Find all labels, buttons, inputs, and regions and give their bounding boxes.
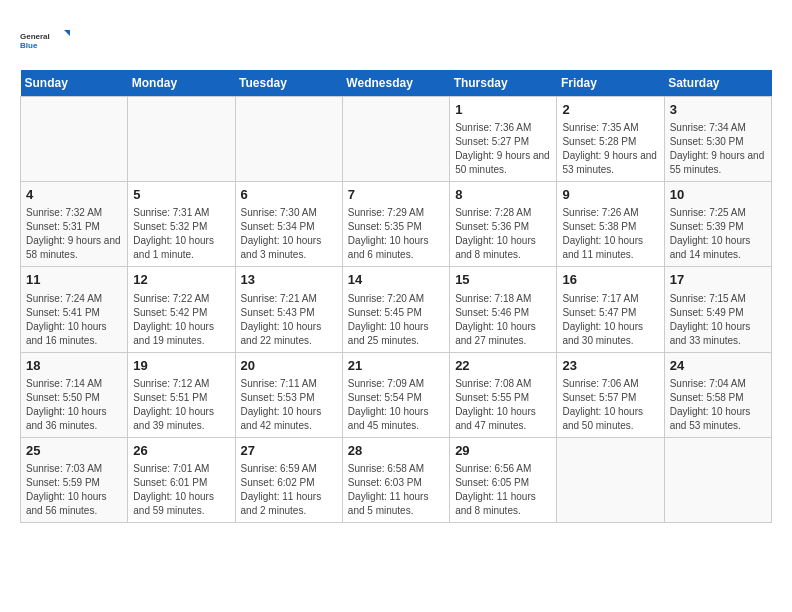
day-number: 28: [348, 442, 444, 460]
day-info: Sunset: 5:45 PM: [348, 306, 444, 320]
day-info: Sunrise: 7:18 AM: [455, 292, 551, 306]
day-info: Sunrise: 7:08 AM: [455, 377, 551, 391]
day-info: Sunrise: 7:21 AM: [241, 292, 337, 306]
day-info: Sunset: 6:03 PM: [348, 476, 444, 490]
day-info: Sunset: 5:49 PM: [670, 306, 766, 320]
calendar-cell: 26Sunrise: 7:01 AMSunset: 6:01 PMDayligh…: [128, 437, 235, 522]
day-info: Sunrise: 7:06 AM: [562, 377, 658, 391]
day-info: Daylight: 10 hours and 47 minutes.: [455, 405, 551, 433]
day-info: Sunrise: 6:59 AM: [241, 462, 337, 476]
day-number: 15: [455, 271, 551, 289]
day-info: Daylight: 10 hours and 22 minutes.: [241, 320, 337, 348]
calendar-cell: 4Sunrise: 7:32 AMSunset: 5:31 PMDaylight…: [21, 182, 128, 267]
day-number: 4: [26, 186, 122, 204]
day-info: Sunset: 5:55 PM: [455, 391, 551, 405]
calendar-cell: [342, 97, 449, 182]
calendar-cell: [128, 97, 235, 182]
day-number: 8: [455, 186, 551, 204]
day-info: Daylight: 10 hours and 50 minutes.: [562, 405, 658, 433]
day-info: Daylight: 10 hours and 27 minutes.: [455, 320, 551, 348]
day-number: 7: [348, 186, 444, 204]
day-number: 3: [670, 101, 766, 119]
day-number: 16: [562, 271, 658, 289]
day-info: Daylight: 10 hours and 3 minutes.: [241, 234, 337, 262]
day-info: Sunset: 5:27 PM: [455, 135, 551, 149]
week-row-5: 25Sunrise: 7:03 AMSunset: 5:59 PMDayligh…: [21, 437, 772, 522]
day-info: Sunset: 5:41 PM: [26, 306, 122, 320]
calendar-cell: 21Sunrise: 7:09 AMSunset: 5:54 PMDayligh…: [342, 352, 449, 437]
week-row-3: 11Sunrise: 7:24 AMSunset: 5:41 PMDayligh…: [21, 267, 772, 352]
col-header-sunday: Sunday: [21, 70, 128, 97]
day-info: Sunrise: 7:29 AM: [348, 206, 444, 220]
day-info: Sunrise: 6:58 AM: [348, 462, 444, 476]
week-row-4: 18Sunrise: 7:14 AMSunset: 5:50 PMDayligh…: [21, 352, 772, 437]
day-info: Sunset: 5:38 PM: [562, 220, 658, 234]
day-info: Sunrise: 7:25 AM: [670, 206, 766, 220]
calendar-cell: [235, 97, 342, 182]
day-number: 17: [670, 271, 766, 289]
svg-text:General: General: [20, 32, 50, 41]
svg-marker-2: [64, 30, 70, 36]
day-info: Daylight: 10 hours and 53 minutes.: [670, 405, 766, 433]
col-header-thursday: Thursday: [450, 70, 557, 97]
col-header-friday: Friday: [557, 70, 664, 97]
day-info: Sunrise: 7:15 AM: [670, 292, 766, 306]
day-info: Daylight: 10 hours and 39 minutes.: [133, 405, 229, 433]
day-info: Sunset: 5:30 PM: [670, 135, 766, 149]
day-info: Daylight: 10 hours and 16 minutes.: [26, 320, 122, 348]
day-info: Sunset: 6:02 PM: [241, 476, 337, 490]
calendar-cell: [21, 97, 128, 182]
day-number: 20: [241, 357, 337, 375]
day-info: Sunrise: 7:20 AM: [348, 292, 444, 306]
day-info: Sunset: 5:31 PM: [26, 220, 122, 234]
day-number: 23: [562, 357, 658, 375]
day-info: Sunrise: 7:35 AM: [562, 121, 658, 135]
day-number: 24: [670, 357, 766, 375]
day-info: Sunset: 5:51 PM: [133, 391, 229, 405]
day-info: Sunset: 5:50 PM: [26, 391, 122, 405]
day-info: Sunrise: 6:56 AM: [455, 462, 551, 476]
day-info: Sunrise: 7:34 AM: [670, 121, 766, 135]
calendar-cell: 2Sunrise: 7:35 AMSunset: 5:28 PMDaylight…: [557, 97, 664, 182]
day-info: Sunset: 5:28 PM: [562, 135, 658, 149]
col-header-tuesday: Tuesday: [235, 70, 342, 97]
day-number: 14: [348, 271, 444, 289]
calendar-cell: 29Sunrise: 6:56 AMSunset: 6:05 PMDayligh…: [450, 437, 557, 522]
day-number: 29: [455, 442, 551, 460]
day-info: Daylight: 10 hours and 42 minutes.: [241, 405, 337, 433]
day-info: Daylight: 10 hours and 59 minutes.: [133, 490, 229, 518]
day-info: Sunrise: 7:32 AM: [26, 206, 122, 220]
day-info: Daylight: 9 hours and 50 minutes.: [455, 149, 551, 177]
day-info: Sunset: 5:34 PM: [241, 220, 337, 234]
day-number: 6: [241, 186, 337, 204]
day-info: Daylight: 10 hours and 14 minutes.: [670, 234, 766, 262]
calendar-cell: 13Sunrise: 7:21 AMSunset: 5:43 PMDayligh…: [235, 267, 342, 352]
day-info: Sunrise: 7:30 AM: [241, 206, 337, 220]
calendar-cell: 28Sunrise: 6:58 AMSunset: 6:03 PMDayligh…: [342, 437, 449, 522]
day-number: 18: [26, 357, 122, 375]
day-info: Sunset: 5:59 PM: [26, 476, 122, 490]
calendar-cell: 3Sunrise: 7:34 AMSunset: 5:30 PMDaylight…: [664, 97, 771, 182]
day-info: Sunset: 5:58 PM: [670, 391, 766, 405]
day-info: Daylight: 10 hours and 8 minutes.: [455, 234, 551, 262]
day-info: Sunrise: 7:03 AM: [26, 462, 122, 476]
calendar-cell: [664, 437, 771, 522]
day-info: Sunset: 5:39 PM: [670, 220, 766, 234]
calendar-cell: 17Sunrise: 7:15 AMSunset: 5:49 PMDayligh…: [664, 267, 771, 352]
day-info: Sunrise: 7:09 AM: [348, 377, 444, 391]
calendar-cell: 8Sunrise: 7:28 AMSunset: 5:36 PMDaylight…: [450, 182, 557, 267]
calendar-cell: 6Sunrise: 7:30 AMSunset: 5:34 PMDaylight…: [235, 182, 342, 267]
calendar-cell: 19Sunrise: 7:12 AMSunset: 5:51 PMDayligh…: [128, 352, 235, 437]
day-info: Sunrise: 7:01 AM: [133, 462, 229, 476]
calendar-cell: 18Sunrise: 7:14 AMSunset: 5:50 PMDayligh…: [21, 352, 128, 437]
calendar-cell: 27Sunrise: 6:59 AMSunset: 6:02 PMDayligh…: [235, 437, 342, 522]
calendar-cell: 11Sunrise: 7:24 AMSunset: 5:41 PMDayligh…: [21, 267, 128, 352]
week-row-2: 4Sunrise: 7:32 AMSunset: 5:31 PMDaylight…: [21, 182, 772, 267]
calendar-cell: 24Sunrise: 7:04 AMSunset: 5:58 PMDayligh…: [664, 352, 771, 437]
logo: General Blue: [20, 20, 70, 60]
day-number: 9: [562, 186, 658, 204]
calendar-cell: 20Sunrise: 7:11 AMSunset: 5:53 PMDayligh…: [235, 352, 342, 437]
col-header-monday: Monday: [128, 70, 235, 97]
day-info: Sunset: 5:35 PM: [348, 220, 444, 234]
calendar-cell: 1Sunrise: 7:36 AMSunset: 5:27 PMDaylight…: [450, 97, 557, 182]
